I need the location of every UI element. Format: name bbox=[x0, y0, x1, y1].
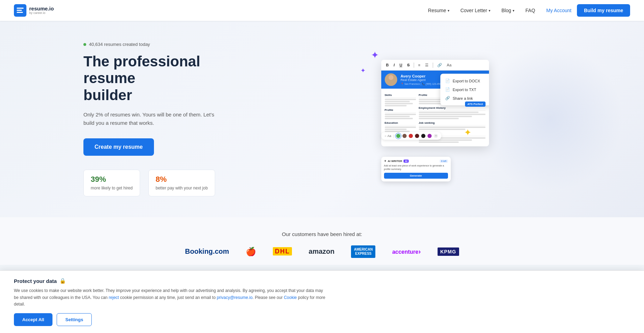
ai-left-count: 8 left bbox=[440, 160, 448, 163]
dhl-logo[interactable]: DHL bbox=[273, 248, 292, 255]
text-line bbox=[419, 112, 479, 113]
booking-logo[interactable]: Booking.com bbox=[185, 247, 229, 255]
ai-writer-header: ✦ AI WRITER AI 8 left bbox=[384, 160, 448, 163]
hero-content: 40,634 resumes created today The profess… bbox=[83, 42, 250, 196]
ai-star-icon: ✦ bbox=[384, 160, 386, 163]
sparkle-icon: ✦ bbox=[371, 49, 379, 61]
logo[interactable]: resume.io by career.io bbox=[14, 4, 54, 17]
hero-section: 40,634 resumes created today The profess… bbox=[0, 21, 644, 217]
chevron-down-icon: ▾ bbox=[448, 9, 449, 13]
stat-hired-label: more likely to get hired bbox=[91, 185, 133, 191]
text-line bbox=[419, 127, 486, 128]
nav-resume[interactable]: Resume ▾ bbox=[428, 8, 449, 13]
stat-hired-number: 39% bbox=[91, 175, 133, 184]
generate-button[interactable]: Generate bbox=[384, 173, 448, 179]
profile-title: Profile bbox=[385, 108, 416, 113]
navbar: resume.io by career.io Resume ▾ Cover Le… bbox=[0, 0, 644, 21]
text-line bbox=[385, 129, 407, 130]
text-line bbox=[385, 127, 416, 128]
strikethrough-button[interactable]: S bbox=[406, 62, 411, 68]
hero-subtitle: Only 2% of resumes win. Yours will be on… bbox=[83, 111, 222, 127]
ai-label-badge: AI bbox=[403, 160, 409, 163]
svg-point-5 bbox=[387, 81, 395, 86]
color-swatch-darkred[interactable] bbox=[415, 134, 419, 138]
logo-sub: by career.io bbox=[29, 11, 54, 15]
accenture-logo[interactable]: accenture› bbox=[392, 247, 421, 255]
amex-logo[interactable]: AMERICANEXPRESS bbox=[351, 245, 375, 258]
education-label: Education bbox=[385, 121, 416, 125]
color-swatch-purple[interactable] bbox=[427, 134, 432, 138]
hero-visual: ✦ ✦ ✦ B I U S | ≡ ☰ | 🔗 Aa bbox=[250, 46, 588, 192]
ai-writer-panel: ✦ AI WRITER AI 8 left Add at least one p… bbox=[381, 157, 451, 182]
resume-role: Real Estate Agent bbox=[401, 78, 442, 82]
ai-writer-description: Add at least one piece of work experienc… bbox=[384, 164, 448, 171]
list-ordered-icon[interactable]: ≡ bbox=[417, 62, 422, 68]
export-menu: 📄 Export to DOCX 📄 Export to TXT 🔗 Share… bbox=[440, 74, 489, 105]
sparkle-small-icon: ✦ bbox=[360, 67, 366, 74]
amazon-logo[interactable]: amazon bbox=[309, 247, 334, 255]
nav-cover-letter[interactable]: Cover Letter ▾ bbox=[460, 8, 490, 13]
hired-section: Our customers have been hired at: Bookin… bbox=[0, 217, 644, 265]
text-line bbox=[385, 116, 410, 117]
sparkle-gold-icon: ✦ bbox=[464, 127, 472, 138]
hero-title: The professional resume builder bbox=[83, 53, 250, 104]
text-line bbox=[385, 99, 416, 100]
color-swatch-green[interactable] bbox=[396, 134, 400, 138]
stat-box-hired: 39% more likely to get hired bbox=[83, 170, 140, 196]
resumes-stat: 40,634 resumes created today bbox=[83, 42, 250, 47]
export-docx[interactable]: 📄 Export to DOCX bbox=[440, 76, 489, 85]
resume-toolbar: B I U S | ≡ ☰ | 🔗 Aa bbox=[381, 60, 489, 71]
resume-name: Avery Cooper bbox=[401, 74, 442, 78]
apple-logo[interactable]: 🍎 bbox=[246, 247, 256, 257]
company-logos: Booking.com 🍎 DHL amazon AMERICANEXPRESS… bbox=[14, 245, 630, 258]
color-swatch-black[interactable] bbox=[421, 134, 425, 138]
svg-rect-2 bbox=[17, 10, 22, 11]
resume-person-info: Avery Cooper Real Estate Agent 📍 San Fra… bbox=[401, 74, 442, 86]
ats-badge: ATS Perfect bbox=[465, 101, 486, 107]
chevron-down-icon: ▾ bbox=[489, 9, 490, 13]
svg-rect-1 bbox=[17, 8, 24, 9]
resume-contact: 📍 San Francisco | 📞 (555) 123-4567 bbox=[401, 83, 442, 86]
underline-button[interactable]: U bbox=[398, 62, 404, 68]
file-icon: 📄 bbox=[445, 79, 450, 83]
hired-title: Our customers have been hired at: bbox=[14, 231, 630, 237]
stat-box-pay: 8% better pay with your next job bbox=[148, 170, 215, 196]
resume-avatar bbox=[385, 73, 397, 86]
skills-title: Skills bbox=[385, 94, 416, 98]
file-txt-icon: 📄 bbox=[445, 87, 450, 92]
logo-name: resume.io bbox=[29, 6, 54, 12]
nav-faq[interactable]: FAQ bbox=[525, 8, 535, 13]
employment-title: Employment History bbox=[419, 106, 486, 111]
kpmg-logo[interactable]: KPMG bbox=[438, 248, 459, 255]
text-line bbox=[419, 118, 459, 119]
text-line bbox=[385, 103, 413, 104]
font-size-control[interactable]: − Aa bbox=[385, 134, 391, 138]
text-line bbox=[419, 114, 486, 115]
text-line bbox=[385, 105, 407, 106]
chevron-down-icon: ▾ bbox=[513, 9, 514, 13]
ai-writer-title: ✦ AI WRITER AI bbox=[384, 160, 409, 163]
build-resume-button[interactable]: Build my resume bbox=[577, 4, 630, 17]
link-icon[interactable]: 🔗 bbox=[436, 62, 443, 68]
stat-text: 40,634 resumes created today bbox=[89, 42, 150, 47]
text-line bbox=[419, 116, 472, 117]
text-size-icon[interactable]: Aa bbox=[446, 62, 453, 68]
export-txt[interactable]: 📄 Export to TXT bbox=[440, 85, 489, 94]
italic-button[interactable]: I bbox=[392, 62, 396, 68]
svg-point-4 bbox=[389, 75, 393, 80]
text-line bbox=[419, 141, 459, 143]
create-resume-button[interactable]: Create my resume bbox=[83, 138, 154, 156]
my-account-link[interactable]: My Account bbox=[546, 8, 571, 13]
color-swatch-brown[interactable] bbox=[402, 134, 407, 138]
list-unordered-icon[interactable]: ☰ bbox=[424, 62, 430, 68]
svg-rect-3 bbox=[17, 12, 23, 13]
nav-blog[interactable]: Blog ▾ bbox=[502, 8, 514, 13]
nav-links: Resume ▾ Cover Letter ▾ Blog ▾ FAQ bbox=[428, 8, 535, 13]
bold-button[interactable]: B bbox=[385, 62, 390, 68]
stat-pay-label: better pay with your next job bbox=[156, 185, 208, 191]
color-swatches: − Aa | + bbox=[381, 132, 442, 140]
color-swatch-red[interactable] bbox=[409, 134, 413, 138]
stat-pay-number: 8% bbox=[156, 175, 208, 184]
text-line bbox=[385, 114, 416, 115]
add-color-button[interactable]: + bbox=[434, 134, 438, 138]
